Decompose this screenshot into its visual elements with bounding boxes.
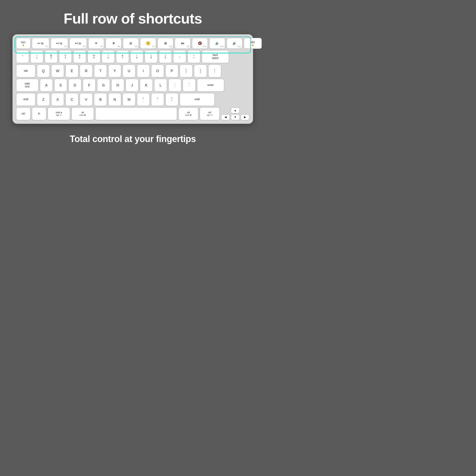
key-fn[interactable]: fn: [32, 107, 46, 120]
key-f10[interactable]: 🔇 F10: [192, 38, 208, 49]
key-t[interactable]: T: [94, 64, 107, 77]
key-e[interactable]: E: [65, 64, 78, 77]
key-d[interactable]: D: [68, 79, 81, 92]
key-period[interactable]: > .: [151, 93, 164, 106]
subtitle: Total control at your fingertips: [70, 134, 196, 144]
key-p[interactable]: P: [165, 64, 178, 77]
bottom-row: ctrl fn start ● opt ⌥ alt cmd ⌘ alt cmd …: [16, 107, 250, 120]
key-y[interactable]: Y: [108, 64, 121, 77]
key-4[interactable]: $ 4: [73, 50, 86, 63]
key-a[interactable]: A: [40, 79, 53, 92]
key-z[interactable]: Z: [37, 93, 50, 106]
key-j[interactable]: J: [126, 79, 139, 92]
key-slash[interactable]: ? /: [165, 93, 178, 106]
page-title: Full row of shortcuts: [64, 10, 202, 27]
key-ctrl-left[interactable]: ctrl: [16, 107, 31, 120]
key-r[interactable]: R: [80, 64, 93, 77]
key-o[interactable]: O: [151, 64, 164, 77]
key-0[interactable]: ) 0: [159, 50, 172, 63]
keyboard-rows: esc 🔒 ●1□▤ F1 ●2□▤ F2 ●3□▤ F3 ☀ F4: [16, 38, 250, 120]
key-f[interactable]: F: [83, 79, 96, 92]
key-arrow-down[interactable]: ▼: [231, 114, 240, 120]
key-m[interactable]: M: [123, 93, 136, 106]
key-rbracket[interactable]: } ]: [194, 64, 207, 77]
key-8[interactable]: * 8: [130, 50, 143, 63]
key-b[interactable]: B: [94, 93, 107, 106]
key-f11[interactable]: 🔉 F11: [209, 38, 225, 49]
key-g[interactable]: G: [97, 79, 110, 92]
key-q[interactable]: Q: [37, 64, 50, 77]
key-l[interactable]: L: [154, 79, 167, 92]
key-x[interactable]: X: [51, 93, 64, 106]
key-alt-cmd-left[interactable]: alt cmd ⌘: [71, 107, 94, 120]
key-6[interactable]: ^ 6: [102, 50, 115, 63]
key-f1[interactable]: ●1□▤ F1: [32, 38, 49, 49]
qwerty-row: tab Q W E R T Y U I O P { [ } ] | \: [16, 64, 250, 77]
key-shift-right[interactable]: shift: [180, 93, 215, 106]
key-7[interactable]: & 7: [116, 50, 129, 63]
key-equals[interactable]: + =: [187, 50, 200, 63]
key-semicolon[interactable]: : ;: [168, 79, 181, 92]
key-f9[interactable]: ⏭ F9: [175, 38, 191, 49]
key-alt-cmd-right[interactable]: alt cmd ⌘: [178, 107, 198, 120]
key-h[interactable]: H: [111, 79, 124, 92]
key-f12[interactable]: 🔊 F12: [226, 38, 243, 49]
key-minus[interactable]: _ –: [173, 50, 186, 63]
key-9[interactable]: ( 9: [145, 50, 158, 63]
zxcv-row: shift Z X C V B N M < , > . ? / shift: [16, 93, 250, 106]
key-u[interactable]: U: [123, 64, 136, 77]
arrow-key-cluster: ▲ ◀ ▼ ▶: [221, 107, 250, 120]
key-arrow-up[interactable]: ▲: [231, 107, 240, 113]
key-capslock[interactable]: caps lock: [16, 79, 39, 92]
key-arrow-right[interactable]: ▶: [241, 114, 250, 120]
key-k[interactable]: K: [140, 79, 153, 92]
key-esc[interactable]: esc 🔒: [16, 38, 31, 49]
key-1[interactable]: ! 1: [30, 50, 43, 63]
key-quote[interactable]: " ': [183, 79, 196, 92]
key-v[interactable]: V: [80, 93, 93, 106]
key-f5[interactable]: ☀ F5: [105, 38, 122, 49]
key-2[interactable]: @ 2: [45, 50, 58, 63]
key-start-opt[interactable]: start ● opt ⌥: [48, 107, 70, 120]
key-ctrl-opt-right[interactable]: ctrl opt ⌥: [200, 107, 220, 120]
key-del[interactable]: del 🔒: [244, 38, 262, 49]
key-c[interactable]: C: [65, 93, 78, 106]
number-row: ~ ` ! 1 @ 2 # 3 $ 4 % 5: [16, 50, 250, 63]
key-f8[interactable]: 🖥 F8: [157, 38, 173, 49]
key-s[interactable]: S: [54, 79, 67, 92]
key-f7[interactable]: 🙂 F7: [140, 38, 156, 49]
key-5[interactable]: % 5: [87, 50, 100, 63]
keyboard: esc 🔒 ●1□▤ F1 ●2□▤ F2 ●3□▤ F3 ☀ F4: [13, 34, 253, 124]
key-arrow-left[interactable]: ◀: [221, 114, 230, 120]
key-space[interactable]: [95, 107, 177, 120]
key-shift-left[interactable]: shift: [16, 93, 36, 106]
key-backslash[interactable]: | \: [208, 64, 221, 77]
key-backspace[interactable]: back space: [202, 50, 229, 63]
key-tab[interactable]: tab: [16, 64, 36, 77]
key-tilde[interactable]: ~ `: [16, 50, 29, 63]
key-3[interactable]: # 3: [59, 50, 72, 63]
asdf-row: caps lock A S D F G H J K L : ; " ' ente…: [16, 79, 250, 92]
key-w[interactable]: W: [51, 64, 64, 77]
key-f4[interactable]: ☀ F4: [88, 38, 104, 49]
key-f3[interactable]: ●3□▤ F3: [69, 38, 87, 49]
key-f6[interactable]: ⊞ F6: [123, 38, 139, 49]
key-n[interactable]: N: [108, 93, 121, 106]
key-f2[interactable]: ●2□▤ F2: [51, 38, 68, 49]
key-lbracket[interactable]: { [: [180, 64, 193, 77]
fn-row: esc 🔒 ●1□▤ F1 ●2□▤ F2 ●3□▤ F3 ☀ F4: [16, 38, 250, 49]
key-i[interactable]: I: [137, 64, 150, 77]
key-comma[interactable]: < ,: [137, 93, 150, 106]
key-enter[interactable]: enter: [197, 79, 224, 92]
